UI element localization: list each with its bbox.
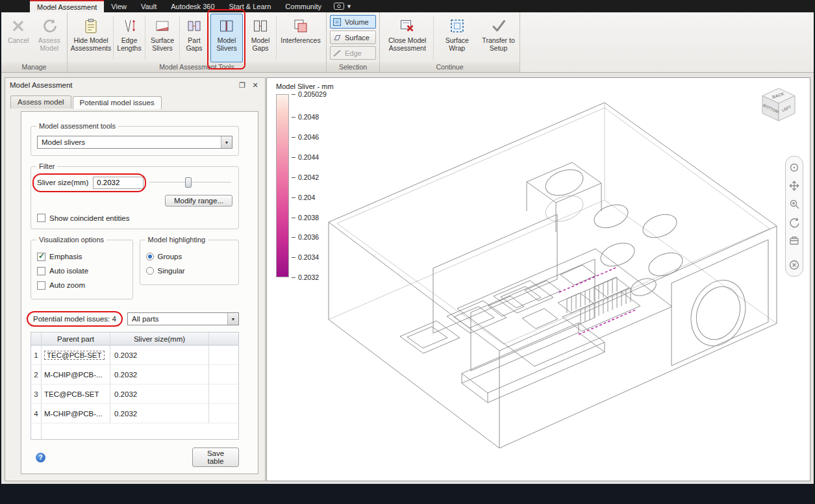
ribbon-separator (208, 16, 209, 60)
assess-model-button[interactable]: Assess Model (34, 14, 64, 62)
ribbon-group-model-assessment-tools: Hide Model Assessments Edge Lengths Surf… (68, 12, 327, 72)
groups-radio[interactable] (146, 253, 154, 260)
auto-zoom-checkbox[interactable] (37, 281, 45, 290)
table-header: Parent part Sliver size(mm) (31, 333, 238, 346)
close-model-assessment-button[interactable]: Close Model Assessment (382, 14, 432, 62)
parts-filter-dropdown[interactable]: All parts ▼ (127, 312, 239, 325)
legend-tick: 0.2036 (292, 233, 319, 241)
issues-table: Parent part Sliver size(mm) 1 TEC@PCB-SE… (31, 332, 239, 440)
parent-part-cell[interactable]: TEC@PCB-SET (42, 384, 110, 403)
menu-tab-vault[interactable]: Vault (134, 0, 164, 12)
tab-potential-model-issues[interactable]: Potential model issues (73, 96, 162, 109)
caret-down-icon[interactable]: ▼ (227, 313, 238, 325)
menu-tab-community[interactable]: Community (278, 0, 329, 12)
legend-tick: 0.2032 (292, 273, 319, 281)
panel-header: Model Assessment ❐ ✕ (5, 78, 265, 92)
ribbon-separator (276, 16, 277, 60)
selection-volume-button[interactable]: Volume (330, 15, 376, 29)
menu-tab-start-learn[interactable]: Start & Learn (222, 0, 279, 12)
help-icon[interactable]: ? (36, 453, 45, 462)
menubar-spacer (0, 0, 30, 12)
orbit-icon[interactable] (787, 160, 801, 175)
singular-radio[interactable] (146, 267, 154, 275)
zoom-icon[interactable] (787, 197, 801, 211)
show-coincident-checkbox[interactable] (37, 214, 45, 222)
viewport-3d[interactable]: Model Sliver - mm 0.205029 0.2048 0.2046… (266, 77, 810, 481)
groupbox-label: Visualization options (36, 236, 107, 244)
part-gaps-button[interactable]: Part Gaps (181, 14, 207, 62)
emphasis-checkbox[interactable] (37, 253, 45, 261)
auto-zoom-label: Auto zoom (49, 281, 85, 289)
surface-wrap-icon (448, 17, 466, 35)
capture-icon (334, 3, 344, 10)
auto-isolate-label: Auto isolate (49, 267, 88, 275)
surface-wrap-button[interactable]: Surface Wrap (435, 14, 479, 62)
table-empty-area (31, 423, 238, 440)
sliver-size-cell[interactable]: 0.2032 (110, 404, 209, 423)
pan-icon[interactable] (787, 179, 801, 193)
sliver-size-label: Sliver size(mm) (37, 179, 88, 186)
edge-lengths-button[interactable]: Edge Lengths (115, 14, 144, 62)
column-header-sliver-size[interactable]: Sliver size(mm) (110, 333, 209, 345)
legend-tick: 0.204 (292, 194, 315, 201)
sliver-size-input[interactable] (93, 177, 144, 189)
transfer-to-setup-button[interactable]: Transfer to Setup (480, 14, 517, 62)
close-panel-icon[interactable]: ✕ (250, 81, 260, 90)
selection-surface-label: Surface (345, 34, 370, 42)
legend-tick: 0.2034 (292, 253, 319, 261)
interferences-button[interactable]: Interferences (278, 14, 323, 62)
parts-filter-value: All parts (132, 315, 159, 323)
views-icon[interactable] (787, 233, 801, 247)
close-toolbar-icon[interactable] (787, 258, 801, 272)
sliver-size-slider[interactable] (148, 176, 232, 189)
selection-edge-button[interactable]: Edge (330, 46, 376, 60)
sliver-size-cell[interactable]: 0.2032 (110, 365, 209, 384)
save-table-button[interactable]: Save table (192, 447, 239, 467)
menubar-capture-menu[interactable]: ▼ (329, 0, 357, 12)
show-coincident-label: Show coincident entities (49, 214, 129, 222)
model-gaps-button[interactable]: Model Gaps (246, 14, 275, 62)
float-panel-icon[interactable]: ❐ (237, 81, 247, 90)
modify-range-button[interactable]: Modify range... (165, 195, 232, 207)
selection-surface-button[interactable]: Surface (330, 31, 376, 44)
hide-model-assessments-icon (82, 17, 100, 35)
auto-isolate-checkbox[interactable] (37, 267, 45, 275)
selection-volume-label: Volume (345, 18, 369, 26)
table-row[interactable]: 4 M-CHIP@PCB-... 0.2032 (31, 404, 238, 423)
column-header-parent-part[interactable]: Parent part (42, 333, 110, 345)
legend-tick: 0.2048 (292, 113, 319, 121)
legend-tick: 0.205029 (292, 90, 327, 98)
menu-tab-model-assessment[interactable]: Model Assessment (30, 0, 104, 12)
ribbon: Cancel Assess Model Manage Hide Model As… (1, 12, 814, 73)
row-number: 4 (31, 404, 42, 423)
part-gaps-label: Part Gaps (183, 37, 205, 52)
workspace: Model Assessment ❐ ✕ Assess model Potent… (1, 73, 814, 484)
singular-label: Singular (158, 267, 185, 275)
slider-thumb[interactable] (185, 177, 192, 188)
parent-part-cell[interactable]: TEC@PCB-SET (42, 346, 110, 364)
parent-part-cell[interactable]: M-CHIP@PCB-... (42, 404, 110, 423)
view-cube[interactable]: BACK BOTTOM LEFT (758, 84, 799, 128)
menu-tab-autodesk-360[interactable]: Autodesk 360 (164, 0, 221, 12)
caret-down-icon[interactable]: ▼ (221, 136, 232, 148)
sliver-size-cell[interactable]: 0.2032 (110, 384, 209, 403)
free-orbit-icon[interactable] (787, 215, 801, 229)
ribbon-separator (244, 16, 245, 60)
table-row[interactable]: 2 M-CHIP@PCB-... 0.2032 (31, 365, 238, 384)
cancel-button[interactable]: Cancel (4, 14, 33, 62)
table-row[interactable]: 3 TEC@PCB-SET 0.2032 (31, 384, 238, 404)
panel-tabs: Assess model Potential model issues (5, 95, 265, 108)
tab-assess-model[interactable]: Assess model (10, 95, 71, 108)
sliver-size-cell[interactable]: 0.2032 (110, 346, 209, 364)
surface-slivers-button[interactable]: Surface Slivers (147, 14, 178, 62)
assessment-tool-dropdown[interactable]: Model slivers ▼ (37, 136, 232, 149)
hide-model-assessments-button[interactable]: Hide Model Assessments (70, 14, 112, 62)
model-gaps-icon (251, 17, 270, 35)
surface-wrap-label: Surface Wrap (437, 37, 477, 52)
menu-tab-view[interactable]: View (104, 0, 134, 12)
model-slivers-button[interactable]: Model Slivers (210, 14, 243, 62)
transfer-to-setup-label: Transfer to Setup (482, 37, 515, 52)
table-row[interactable]: 1 TEC@PCB-SET 0.2032 (31, 346, 238, 365)
parent-part-cell[interactable]: M-CHIP@PCB-... (42, 365, 110, 384)
ribbon-group-label-manage: Manage (1, 62, 67, 72)
